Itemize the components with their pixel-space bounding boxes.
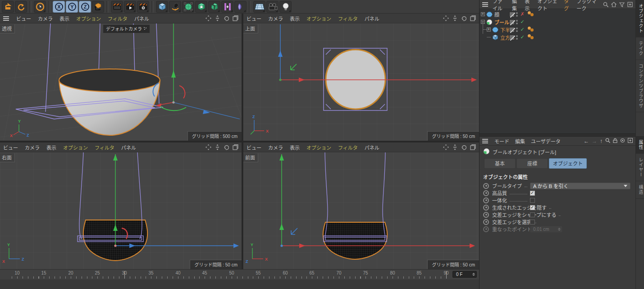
- keyframe-circle-icon[interactable]: [483, 219, 489, 225]
- menu-display[interactable]: 表示: [59, 15, 69, 22]
- high-quality-checkbox[interactable]: [530, 191, 535, 196]
- render-view-button[interactable]: [111, 1, 123, 13]
- rotate-view-icon[interactable]: [461, 144, 467, 150]
- menu-display[interactable]: 表示: [290, 144, 300, 151]
- menu-display[interactable]: 表示: [46, 144, 56, 151]
- select-intersections-checkbox[interactable]: [530, 220, 535, 225]
- frame-marker-90[interactable]: [446, 271, 447, 279]
- rotate-view-icon[interactable]: [461, 15, 467, 21]
- object-tags[interactable]: [528, 27, 538, 32]
- camera-button[interactable]: [266, 1, 279, 13]
- history-forward-icon[interactable]: →: [592, 138, 597, 144]
- panel-splitter[interactable]: [480, 133, 635, 137]
- right-canvas[interactable]: Y Z X: [0, 152, 242, 269]
- search-icon[interactable]: [605, 138, 610, 144]
- menu-view[interactable]: ビュー: [16, 15, 31, 22]
- menu-userdata[interactable]: ユーザデータ: [531, 138, 561, 145]
- keyframe-circle-icon[interactable]: [483, 190, 489, 196]
- menu-view[interactable]: ビュー: [3, 144, 18, 151]
- enable-state-icon[interactable]: ✓: [520, 34, 525, 40]
- object-row-cube[interactable]: 立方体 ✓: [480, 33, 635, 41]
- enable-state-icon[interactable]: ✓: [520, 19, 525, 25]
- menu-panel[interactable]: パネル: [365, 144, 379, 151]
- menu-filter[interactable]: フィルタ: [338, 144, 358, 151]
- object-name[interactable]: ブール: [494, 18, 509, 26]
- frame-marker-30[interactable]: [124, 271, 125, 279]
- render-settings-button[interactable]: [137, 1, 149, 13]
- menu-panel[interactable]: パネル: [365, 15, 379, 22]
- tab-object-manager[interactable]: オブジェクト: [636, 0, 644, 37]
- menu-camera[interactable]: カメラ: [38, 15, 53, 22]
- menu-camera[interactable]: カメラ: [268, 15, 283, 22]
- menu-filter[interactable]: フィルタ: [108, 15, 128, 22]
- viewport-menu-icon[interactable]: [3, 16, 9, 21]
- pan-view-icon[interactable]: [206, 15, 211, 21]
- timeline-ruler[interactable]: 10 15 20 25 30 35 40 45 50 55 60 65 70 7…: [0, 270, 479, 280]
- perspective-canvas[interactable]: Y X Z: [0, 23, 242, 141]
- parent-object-icon[interactable]: ↑: [600, 138, 603, 144]
- menu-view[interactable]: ビュー: [247, 15, 261, 22]
- break-cut-edges-checkbox[interactable]: [530, 212, 535, 217]
- render-to-picture-viewer-button[interactable]: [124, 1, 136, 13]
- toggle-single-view-icon[interactable]: [233, 144, 238, 150]
- boole-type-dropdown[interactable]: A から B を引く: [530, 183, 630, 189]
- menu-camera[interactable]: カメラ: [268, 144, 283, 151]
- add-layer-icon[interactable]: [627, 2, 633, 7]
- tab-structure[interactable]: 構造: [636, 181, 644, 199]
- menu-filter[interactable]: フィルタ: [95, 144, 114, 151]
- visibility-dots-icon[interactable]: [516, 12, 518, 17]
- object-tags[interactable]: [528, 11, 538, 17]
- menu-options[interactable]: オプション: [306, 15, 331, 22]
- tab-content-browser[interactable]: コンテンツブラウザ: [636, 60, 644, 112]
- timeline-track-area[interactable]: [0, 280, 479, 289]
- search-icon[interactable]: [603, 2, 608, 7]
- lock-z-axis-button[interactable]: Z: [79, 1, 91, 13]
- coordinate-system-button[interactable]: [92, 1, 104, 13]
- expand-icon[interactable]: [481, 12, 485, 16]
- top-canvas[interactable]: Z X: [243, 23, 479, 141]
- menu-mode[interactable]: モード: [494, 138, 509, 145]
- object-row-lower-body[interactable]: 下半身 ✓: [480, 26, 635, 33]
- object-row-boole[interactable]: ブール ✓: [480, 18, 635, 26]
- live-selection-button[interactable]: [34, 1, 46, 13]
- pan-view-icon[interactable]: [206, 144, 211, 150]
- menu-camera[interactable]: カメラ: [25, 144, 40, 151]
- keyframe-circle-icon[interactable]: [483, 205, 489, 211]
- menu-panel[interactable]: パネル: [134, 15, 149, 22]
- dolly-view-icon[interactable]: [452, 15, 458, 21]
- filter-icon[interactable]: [619, 2, 625, 7]
- toggle-single-view-icon[interactable]: [470, 144, 476, 150]
- menu-options[interactable]: オプション: [63, 144, 88, 151]
- generator-button[interactable]: [195, 1, 207, 13]
- pan-view-icon[interactable]: [443, 15, 449, 21]
- tab-object[interactable]: オブジェクト: [549, 158, 587, 169]
- tab-take[interactable]: テイク: [636, 37, 644, 60]
- history-back-icon[interactable]: ←: [584, 138, 589, 144]
- attribute-menu-icon[interactable]: [482, 139, 489, 143]
- spline-pen-button[interactable]: [169, 1, 181, 13]
- single-object-checkbox[interactable]: [530, 198, 535, 203]
- menu-options[interactable]: オプション: [76, 15, 101, 22]
- layer-toggle-icon[interactable]: [509, 27, 515, 32]
- menu-filter[interactable]: フィルタ: [338, 15, 358, 22]
- visibility-dots-icon[interactable]: [516, 19, 518, 25]
- expand-icon[interactable]: [487, 28, 491, 32]
- deformer-button[interactable]: [208, 1, 220, 13]
- keyframe-circle-icon[interactable]: [483, 183, 489, 189]
- keyframe-circle-icon[interactable]: [483, 212, 489, 218]
- visibility-dots-icon[interactable]: [516, 27, 518, 32]
- field-button[interactable]: [234, 1, 247, 13]
- home-icon[interactable]: [611, 2, 617, 7]
- object-manager-menu-icon[interactable]: [482, 2, 487, 7]
- rotate-view-icon[interactable]: [224, 144, 229, 150]
- target-icon[interactable]: [620, 138, 625, 144]
- menu-display[interactable]: 表示: [290, 15, 300, 22]
- menu-view[interactable]: ビュー: [247, 144, 261, 151]
- toggle-single-view-icon[interactable]: [233, 15, 238, 21]
- optimize-points-field[interactable]: 0.01 cm: [530, 226, 562, 233]
- layer-toggle-icon[interactable]: [509, 12, 515, 17]
- dolly-view-icon[interactable]: [452, 144, 458, 150]
- light-button[interactable]: [279, 1, 292, 13]
- keyframe-circle-icon[interactable]: [483, 197, 489, 203]
- object-row-face[interactable]: 顔 ✗: [480, 10, 635, 18]
